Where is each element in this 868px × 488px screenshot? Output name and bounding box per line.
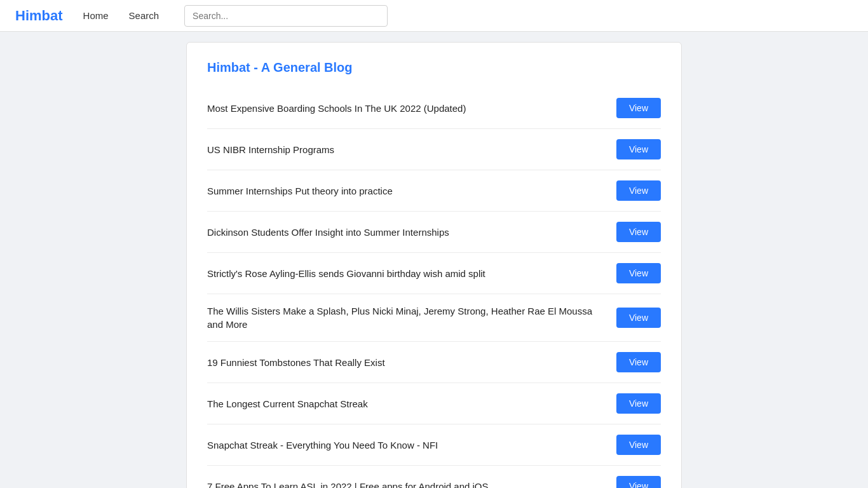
items-list: Most Expensive Boarding Schools In The U… xyxy=(207,88,661,488)
content-card: Himbat - A General Blog Most Expensive B… xyxy=(186,42,682,488)
list-item: Strictly's Rose Ayling-Ellis sends Giova… xyxy=(207,253,661,294)
search-link[interactable]: Search xyxy=(129,10,159,21)
list-item: 19 Funniest Tombstones That Really Exist… xyxy=(207,342,661,383)
view-button[interactable]: View xyxy=(616,393,661,414)
item-title: Snapchat Streak - Everything You Need To… xyxy=(207,438,616,452)
list-item: 7 Free Apps To Learn ASL in 2022 | Free … xyxy=(207,466,661,488)
view-button[interactable]: View xyxy=(616,435,661,455)
view-button[interactable]: View xyxy=(616,308,661,328)
list-item: Dickinson Students Offer Insight into Su… xyxy=(207,212,661,253)
list-item: The Willis Sisters Make a Splash, Plus N… xyxy=(207,294,661,342)
view-button[interactable]: View xyxy=(616,180,661,201)
item-title: Strictly's Rose Ayling-Ellis sends Giova… xyxy=(207,267,616,280)
view-button[interactable]: View xyxy=(616,139,661,159)
view-button[interactable]: View xyxy=(616,222,661,242)
blog-title: Himbat - A General Blog xyxy=(207,60,661,75)
item-title: The Willis Sisters Make a Splash, Plus N… xyxy=(207,304,616,331)
item-title: Most Expensive Boarding Schools In The U… xyxy=(207,102,616,115)
search-input[interactable] xyxy=(184,5,388,27)
item-title: Summer Internships Put theory into pract… xyxy=(207,184,616,198)
page-wrapper: Himbat - A General Blog Most Expensive B… xyxy=(0,0,868,488)
list-item: US NIBR Internship ProgramsView xyxy=(207,129,661,170)
view-button[interactable]: View xyxy=(616,352,661,372)
item-title: US NIBR Internship Programs xyxy=(207,143,616,156)
item-title: The Longest Current Snapchat Streak xyxy=(207,397,616,410)
navbar: Himbat Home Search xyxy=(0,0,868,32)
list-item: The Longest Current Snapchat StreakView xyxy=(207,383,661,424)
list-item: Snapchat Streak - Everything You Need To… xyxy=(207,424,661,466)
item-title: 7 Free Apps To Learn ASL in 2022 | Free … xyxy=(207,480,616,489)
view-button[interactable]: View xyxy=(616,263,661,283)
view-button[interactable]: View xyxy=(616,476,661,488)
home-link[interactable]: Home xyxy=(83,10,109,21)
view-button[interactable]: View xyxy=(616,98,661,118)
item-title: Dickinson Students Offer Insight into Su… xyxy=(207,226,616,239)
item-title: 19 Funniest Tombstones That Really Exist xyxy=(207,356,616,369)
list-item: Summer Internships Put theory into pract… xyxy=(207,170,661,212)
brand-logo[interactable]: Himbat xyxy=(15,8,63,24)
list-item: Most Expensive Boarding Schools In The U… xyxy=(207,88,661,129)
